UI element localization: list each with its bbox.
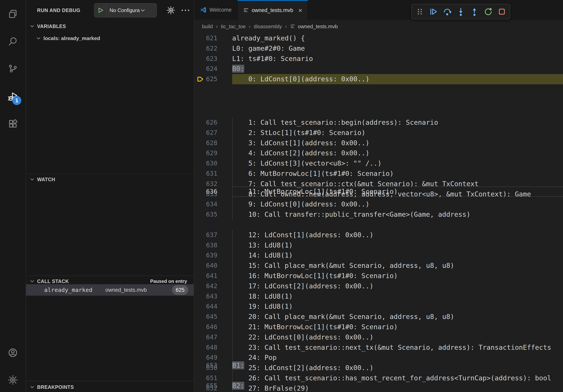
debug-settings-gear-icon[interactable]: [166, 6, 175, 15]
code-line-text[interactable]: 4: LdConst[2](address: 0x00..): [232, 148, 563, 158]
code-line-text[interactable]: 14: LdU8(1): [232, 250, 563, 261]
search-icon[interactable]: [0, 32, 26, 51]
code-line-text[interactable]: 22: LdConst[0](address: 0x00..): [232, 332, 563, 342]
code-line-626[interactable]: 626 1: Call test_scenario::begin(address…: [194, 118, 563, 128]
code-line-638[interactable]: 638 13: LdU8(1): [194, 240, 563, 250]
code-line-637[interactable]: 637 12: LdConst[1](address: 0x00..): [194, 230, 563, 240]
stop-icon[interactable]: [497, 6, 507, 17]
code-line-text[interactable]: 12: LdConst[1](address: 0x00..): [232, 230, 563, 240]
gutter-line-number[interactable]: 648: [194, 342, 232, 353]
code-line-text[interactable]: B0:: [232, 64, 563, 74]
breakpoints-section-header[interactable]: BREAKPOINTS: [26, 382, 194, 392]
code-line-text[interactable]: 16: MutBorrowLoc[1](ts#1#0: Scenario): [232, 271, 563, 281]
toolbar-drag-handle[interactable]: [414, 6, 425, 17]
gutter-line-number[interactable]: 631: [194, 169, 232, 179]
tab-welcome[interactable]: Welcome: [194, 0, 238, 20]
code-line-text[interactable]: 3: LdConst[1](address: 0x00..): [232, 138, 563, 148]
tab-owned-tests[interactable]: owned_tests.mvb ×: [238, 0, 308, 20]
code-line-642[interactable]: 642 17: LdConst[2](address: 0x00..): [194, 281, 563, 291]
gutter-line-number[interactable]: 638: [194, 240, 232, 250]
code-line-653[interactable]: 653B1:: [194, 360, 563, 371]
close-icon[interactable]: ×: [298, 7, 302, 14]
breadcrumb-item-tic-tac-toe[interactable]: tic_tac_toe: [221, 24, 246, 30]
code-line-text[interactable]: L0: game#2#0: Game: [232, 43, 563, 54]
code-line-text[interactable]: already_marked() {: [232, 33, 563, 43]
gutter-line-number[interactable]: 635: [194, 209, 232, 220]
code-line-622[interactable]: 622L0: game#2#0: Game: [194, 43, 563, 54]
gutter-line-number[interactable]: 647: [194, 332, 232, 342]
code-line-text[interactable]: B1:: [232, 360, 563, 371]
code-line-text[interactable]: 6: MutBorrowLoc[1](ts#1#0: Scenario): [232, 169, 563, 179]
start-debugging-icon[interactable]: [97, 7, 104, 14]
gutter-line-number[interactable]: 625: [194, 74, 232, 84]
code-line-646[interactable]: 646 21: MutBorrowLoc[1](ts#1#0: Scenario…: [194, 322, 563, 332]
gutter-line-number[interactable]: 627: [194, 128, 232, 138]
code-line-635[interactable]: 635 10: Call transfer::public_transfer<G…: [194, 209, 563, 220]
code-line-641[interactable]: 641 16: MutBorrowLoc[1](ts#1#0: Scenario…: [194, 271, 563, 281]
code-line-text[interactable]: L1: ts#1#0: Scenario: [232, 54, 563, 64]
code-line-634[interactable]: 634 9: LdConst[0](address: 0x00..): [194, 199, 563, 209]
code-line-text[interactable]: 9: LdConst[0](address: 0x00..): [232, 199, 563, 209]
gutter-line-number[interactable]: 629: [194, 148, 232, 158]
code-line-644[interactable]: 644 19: LdU8(1): [194, 301, 563, 312]
code-line-639[interactable]: 639 14: LdU8(1): [194, 250, 563, 261]
code-line-text[interactable]: 19: LdU8(1): [232, 301, 563, 312]
gutter-line-number[interactable]: 655: [194, 381, 232, 391]
step-out-icon[interactable]: [469, 6, 480, 17]
gutter-line-number[interactable]: 639: [194, 250, 232, 261]
launch-configuration-dropdown[interactable]: No Configura: [94, 3, 157, 17]
gutter-line-number[interactable]: 637: [194, 230, 232, 240]
code-line-text[interactable]: 23: Call test_scenario::next_tx(&mut Sce…: [232, 342, 563, 353]
code-line-text[interactable]: 13: LdU8(1): [232, 240, 563, 250]
gutter-line-number[interactable]: 640: [194, 261, 232, 271]
gutter-line-number[interactable]: 646: [194, 322, 232, 332]
gutter-line-number[interactable]: 644: [194, 301, 232, 312]
code-line-text[interactable]: 0: LdConst[0](address: 0x00..): [232, 74, 563, 84]
gutter-line-number[interactable]: 630: [194, 158, 232, 169]
watch-section-header[interactable]: WATCH: [26, 174, 194, 184]
code-line-631[interactable]: 631 6: MutBorrowLoc[1](ts#1#0: Scenario): [194, 169, 563, 179]
gutter-line-number[interactable]: 626: [194, 118, 232, 128]
account-icon[interactable]: [0, 343, 26, 362]
code-line-647[interactable]: 647 22: LdConst[0](address: 0x00..): [194, 332, 563, 342]
code-line-text[interactable]: 21: MutBorrowLoc[1](ts#1#0: Scenario): [232, 322, 563, 332]
code-line-627[interactable]: 627 2: StLoc[1](ts#1#0: Scenario): [194, 128, 563, 138]
breadcrumb-item-file[interactable]: owned_tests.mvb: [298, 24, 338, 30]
code-line-text[interactable]: 20: Call place_mark(&mut Scenario, addre…: [232, 312, 563, 322]
gutter-line-number[interactable]: 645: [194, 312, 232, 322]
views-more-actions-icon[interactable]: [180, 8, 191, 13]
stack-frame-row[interactable]: already_marked owned_tests.mvb 625: [26, 284, 194, 296]
code-line-628[interactable]: 628 3: LdConst[1](address: 0x00..): [194, 138, 563, 148]
run-and-debug-icon[interactable]: [0, 87, 26, 106]
code-line-636[interactable]: 636 11: MutBorrowLoc[1](ts#1#0: Scenario…: [194, 186, 563, 197]
code-line-630[interactable]: 630 5: LdConst[3](vector<u8>: "" /..): [194, 158, 563, 169]
gutter-line-number[interactable]: 624: [194, 64, 232, 74]
gutter-line-number[interactable]: 621: [194, 33, 232, 43]
explorer-icon[interactable]: [0, 4, 26, 23]
breadcrumb-item-disassembly[interactable]: disassembly: [254, 24, 282, 30]
code-line-text[interactable]: 5: LdConst[3](vector<u8>: "" /..): [232, 158, 563, 169]
locals-tree-item[interactable]: locals: already_marked: [26, 33, 194, 44]
settings-gear-icon[interactable]: [0, 370, 26, 390]
code-line-623[interactable]: 623L1: ts#1#0: Scenario: [194, 54, 563, 64]
code-line-624[interactable]: 624B0:: [194, 64, 563, 74]
code-line-text[interactable]: 15: Call place_mark(&mut Scenario, addre…: [232, 261, 563, 271]
extensions-icon[interactable]: [0, 114, 26, 133]
gutter-line-number[interactable]: 622: [194, 43, 232, 54]
code-line-text[interactable]: 2: StLoc[1](ts#1#0: Scenario): [232, 128, 563, 138]
code-line-643[interactable]: 643 18: LdU8(1): [194, 291, 563, 301]
code-line-625[interactable]: 625 0: LdConst[0](address: 0x00..): [194, 74, 563, 84]
code-line-text[interactable]: B2:: [232, 381, 563, 391]
step-into-icon[interactable]: [456, 6, 466, 17]
gutter-line-number[interactable]: 653: [194, 360, 232, 371]
code-line-645[interactable]: 645 20: Call place_mark(&mut Scenario, a…: [194, 312, 563, 322]
gutter-line-number[interactable]: 636: [194, 186, 232, 197]
code-line-621[interactable]: 621already_marked() {: [194, 33, 563, 43]
code-line-text[interactable]: 1: Call test_scenario::begin(address): S…: [232, 118, 563, 128]
code-line-text[interactable]: 11: MutBorrowLoc[1](ts#1#0: Scenario): [232, 186, 563, 197]
variables-section-header[interactable]: VARIABLES: [26, 21, 194, 31]
code-line-648[interactable]: 648 23: Call test_scenario::next_tx(&mut…: [194, 342, 563, 353]
breadcrumb-item-build[interactable]: build: [202, 24, 213, 30]
source-control-icon[interactable]: [0, 59, 26, 78]
code-line-text[interactable]: 18: LdU8(1): [232, 291, 563, 301]
